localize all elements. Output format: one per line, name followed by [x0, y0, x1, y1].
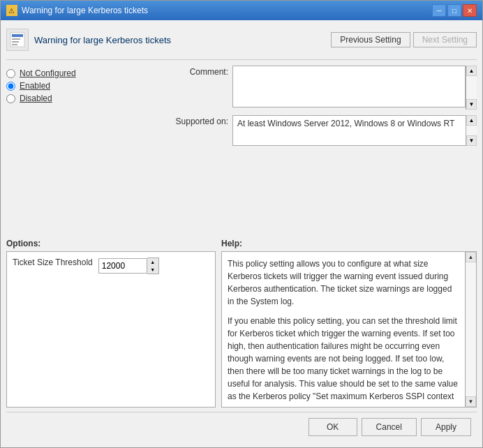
supported-label: Supported on: — [165, 115, 228, 126]
window-icon: ⚠ — [6, 5, 17, 16]
help-para-2: If you enable this policy setting, you c… — [228, 315, 458, 401]
spinbox-wrapper: ▲ ▼ — [98, 257, 159, 274]
scroll-down-arrow[interactable]: ▼ — [466, 99, 477, 110]
comment-textarea[interactable] — [232, 66, 466, 107]
left-panel: Not Configured Enabled Disabled — [6, 66, 160, 234]
options-panel: Options: Ticket Size Threshold ▲ ▼ — [6, 239, 216, 408]
cancel-button[interactable]: Cancel — [362, 418, 417, 436]
help-scroll-down[interactable]: ▼ — [466, 396, 476, 407]
sup-scroll-up[interactable]: ▲ — [466, 115, 477, 126]
disabled-option[interactable]: Disabled — [6, 94, 160, 103]
ticket-size-label: Ticket Size Threshold — [13, 257, 93, 267]
spinbox-up-button[interactable]: ▲ — [147, 258, 158, 266]
prev-setting-button[interactable]: Previous Setting — [331, 32, 410, 47]
title-bar: ⚠ Warning for large Kerberos tickets ─ □… — [1, 1, 482, 20]
not-configured-radio[interactable] — [6, 69, 15, 78]
scroll-up-arrow[interactable]: ▲ — [466, 66, 477, 76]
comment-scrollbar: ▲ ▼ — [466, 66, 477, 110]
apply-button[interactable]: Apply — [421, 418, 471, 436]
not-configured-option[interactable]: Not Configured — [6, 68, 160, 78]
help-text: This policy setting allows you to config… — [228, 257, 470, 401]
next-setting-button[interactable]: Next Setting — [413, 32, 477, 47]
enabled-radio[interactable] — [6, 82, 15, 91]
ticket-size-input[interactable] — [98, 258, 147, 274]
main-window: ⚠ Warning for large Kerberos tickets ─ □… — [0, 0, 483, 448]
minimize-button[interactable]: ─ — [432, 4, 446, 17]
footer: OK Cancel Apply — [6, 412, 477, 442]
spinbox-down-button[interactable]: ▼ — [147, 266, 158, 274]
options-box: Ticket Size Threshold ▲ ▼ — [6, 251, 216, 408]
enabled-option[interactable]: Enabled — [6, 81, 160, 91]
maximize-button[interactable]: □ — [447, 4, 461, 17]
help-label: Help: — [221, 239, 477, 248]
sup-scroll-down[interactable]: ▼ — [466, 135, 477, 146]
help-scrollbar: ▲ ▼ — [465, 252, 476, 407]
help-para-1: This policy setting allows you to config… — [228, 257, 458, 308]
enabled-label: Enabled — [20, 81, 50, 91]
supported-row: Supported on: At least Windows Server 20… — [165, 115, 477, 146]
svg-rect-3 — [12, 34, 23, 37]
sup-scroll-track — [466, 126, 477, 135]
title-bar-left: ⚠ Warning for large Kerberos tickets — [6, 5, 148, 16]
window-title: Warning for large Kerberos tickets — [22, 6, 148, 15]
spinbox-buttons: ▲ ▼ — [147, 257, 159, 274]
close-button[interactable]: ✕ — [463, 4, 477, 17]
comment-wrapper: ▲ ▼ — [232, 66, 477, 110]
svg-rect-4 — [12, 38, 20, 40]
svg-rect-6 — [12, 44, 17, 45]
help-panel: Help: This policy setting allows you to … — [221, 239, 477, 408]
supported-scrollbar: ▲ ▼ — [466, 115, 477, 146]
svg-rect-5 — [12, 41, 19, 43]
comment-row: Comment: ▲ ▼ — [165, 66, 477, 110]
header-left: Warning for large Kerberos tickets — [6, 29, 171, 51]
header-title: Warning for large Kerberos tickets — [34, 35, 171, 45]
supported-value: At least Windows Server 2012, Windows 8 … — [232, 115, 477, 146]
disabled-label: Disabled — [20, 94, 52, 103]
header-nav-buttons: Previous Setting Next Setting — [331, 32, 477, 47]
main-body: Not Configured Enabled Disabled Comm — [6, 66, 477, 234]
options-label: Options: — [6, 239, 216, 248]
right-panel: Comment: ▲ ▼ Supported on: At least — [165, 66, 477, 234]
disabled-radio[interactable] — [6, 94, 15, 103]
ok-button[interactable]: OK — [309, 418, 357, 436]
svg-text:⚠: ⚠ — [8, 7, 15, 15]
radio-group: Not Configured Enabled Disabled — [6, 66, 160, 106]
help-scroll-up[interactable]: ▲ — [466, 252, 476, 262]
help-scroll-track — [466, 262, 476, 396]
content-area: Warning for large Kerberos tickets Previ… — [1, 20, 482, 447]
options-help-section: Options: Ticket Size Threshold ▲ ▼ Help: — [6, 239, 477, 408]
not-configured-label: Not Configured — [20, 68, 76, 78]
policy-icon — [6, 29, 29, 51]
comment-label: Comment: — [165, 66, 228, 77]
title-buttons: ─ □ ✕ — [432, 4, 477, 17]
header-divider — [6, 59, 477, 60]
header-section: Warning for large Kerberos tickets Previ… — [6, 26, 477, 54]
help-box: This policy setting allows you to config… — [221, 251, 477, 408]
scroll-track — [466, 76, 477, 99]
